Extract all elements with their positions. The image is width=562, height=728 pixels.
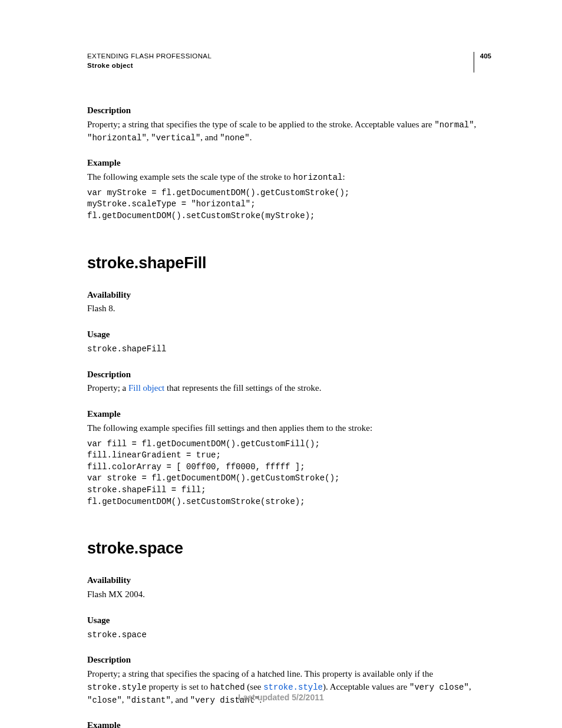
text: , <box>474 120 477 129</box>
description-paragraph: Property; a Fill object that represents … <box>87 382 491 395</box>
example-paragraph: The following example sets the scale typ… <box>87 171 491 184</box>
description-paragraph: Property; a string that specifies the ty… <box>87 118 491 144</box>
text: (see <box>245 682 264 691</box>
heading-space: stroke.space <box>87 537 491 560</box>
usage-code: stroke.shapeFill <box>87 344 166 354</box>
value-horizontal: "horizontal" <box>87 133 147 143</box>
example-paragraph: The following example specifies fill set… <box>87 422 491 435</box>
text: , and <box>200 133 220 142</box>
text: : <box>343 172 345 182</box>
code-inline: horizontal <box>293 173 342 182</box>
doc-section: Stroke object <box>87 61 211 71</box>
page-header: EXTENDING FLASH PROFESSIONAL Stroke obje… <box>87 52 491 73</box>
heading-shapefill: stroke.shapeFill <box>87 252 491 275</box>
example-heading: Example <box>87 719 491 728</box>
text: The following example sets the scale typ… <box>87 172 293 182</box>
code-block: var fill = fl.getDocumentDOM().getCustom… <box>87 439 491 508</box>
text: Property; a string that specifies the sp… <box>87 669 433 678</box>
text: that represents the fill settings of the… <box>164 383 321 393</box>
header-right: 405 <box>474 52 491 73</box>
text: property is set to <box>147 682 210 691</box>
content: Description Property; a string that spec… <box>87 104 491 728</box>
header-left: EXTENDING FLASH PROFESSIONAL Stroke obje… <box>87 52 211 70</box>
footer-last-updated: Last updated 5/2/2011 <box>0 693 562 702</box>
code-inline: hatched <box>210 683 245 692</box>
text: . <box>250 133 252 142</box>
value-none: "none" <box>220 133 249 143</box>
availability-text: Flash MX 2004. <box>87 588 491 601</box>
text: Property; a <box>87 383 128 393</box>
value-normal: "normal" <box>434 120 474 130</box>
value-vertical: "vertical" <box>151 133 200 143</box>
description-heading: Description <box>87 104 491 117</box>
text: Property; a string that specifies the ty… <box>87 120 434 129</box>
text: ). Acceptable values are <box>323 682 409 691</box>
example-heading: Example <box>87 408 491 421</box>
doc-title: EXTENDING FLASH PROFESSIONAL <box>87 52 211 61</box>
description-heading: Description <box>87 654 491 667</box>
code-inline: stroke.style <box>87 683 147 692</box>
usage-heading: Usage <box>87 614 491 627</box>
availability-heading: Availability <box>87 289 491 302</box>
text: , <box>469 682 471 691</box>
page: EXTENDING FLASH PROFESSIONAL Stroke obje… <box>0 0 562 728</box>
link-fill-object[interactable]: Fill object <box>128 383 164 393</box>
link-stroke-style[interactable]: stroke.style <box>263 683 323 692</box>
availability-heading: Availability <box>87 574 491 587</box>
example-heading: Example <box>87 157 491 170</box>
page-number: 405 <box>474 52 491 73</box>
code-block: var myStroke = fl.getDocumentDOM().getCu… <box>87 187 491 222</box>
description-heading: Description <box>87 368 491 381</box>
usage-heading: Usage <box>87 328 491 341</box>
value-very-close: "very close" <box>409 683 469 692</box>
availability-text: Flash 8. <box>87 302 491 315</box>
usage-code: stroke.space <box>87 630 147 640</box>
